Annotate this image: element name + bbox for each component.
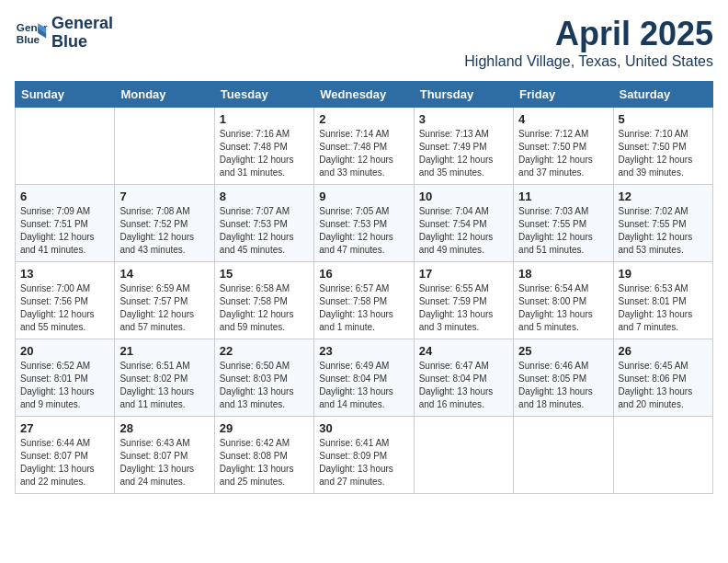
calendar-day-header: Wednesday <box>314 82 414 108</box>
calendar-cell: 24Sunrise: 6:47 AMSunset: 8:04 PMDayligh… <box>414 339 513 417</box>
day-number: 18 <box>518 267 608 281</box>
day-number: 25 <box>518 344 608 358</box>
day-info: Sunrise: 6:55 AMSunset: 7:59 PMDaylight:… <box>419 282 508 334</box>
day-number: 3 <box>419 112 508 126</box>
day-number: 13 <box>20 267 109 281</box>
calendar-cell: 3Sunrise: 7:13 AMSunset: 7:49 PMDaylight… <box>414 108 513 185</box>
location-title: Highland Village, Texas, United States <box>464 53 713 70</box>
calendar-cell: 2Sunrise: 7:14 AMSunset: 7:48 PMDaylight… <box>314 108 414 185</box>
calendar-cell: 11Sunrise: 7:03 AMSunset: 7:55 PMDayligh… <box>514 185 613 262</box>
calendar-cell: 20Sunrise: 6:52 AMSunset: 8:01 PMDayligh… <box>16 339 115 417</box>
calendar-cell <box>514 417 613 494</box>
calendar-cell: 15Sunrise: 6:58 AMSunset: 7:58 PMDayligh… <box>214 262 313 339</box>
calendar-cell: 19Sunrise: 6:53 AMSunset: 8:01 PMDayligh… <box>613 262 712 339</box>
calendar-cell <box>16 108 115 185</box>
svg-text:Blue: Blue <box>17 33 40 45</box>
day-info: Sunrise: 6:59 AMSunset: 7:57 PMDaylight:… <box>119 282 209 334</box>
calendar-cell: 8Sunrise: 7:07 AMSunset: 7:53 PMDaylight… <box>214 185 313 262</box>
day-number: 8 <box>220 190 309 203</box>
calendar-cell: 9Sunrise: 7:05 AMSunset: 7:53 PMDaylight… <box>314 185 414 262</box>
calendar-cell <box>115 108 214 185</box>
day-info: Sunrise: 6:44 AMSunset: 8:07 PMDaylight:… <box>20 437 109 488</box>
day-number: 28 <box>119 421 209 435</box>
day-number: 23 <box>319 344 408 358</box>
day-number: 4 <box>518 112 608 126</box>
day-number: 29 <box>220 421 309 435</box>
day-number: 12 <box>619 190 708 203</box>
calendar-cell: 10Sunrise: 7:04 AMSunset: 7:54 PMDayligh… <box>414 185 513 262</box>
logo: General Blue General Blue <box>15 15 113 52</box>
day-number: 30 <box>319 421 408 435</box>
logo-line2: Blue <box>51 33 113 52</box>
day-info: Sunrise: 7:16 AMSunset: 7:48 PMDaylight:… <box>220 128 309 179</box>
day-number: 19 <box>619 267 708 281</box>
logo-line1: General <box>51 15 113 33</box>
calendar-day-header: Friday <box>514 82 613 108</box>
day-number: 17 <box>419 267 508 281</box>
calendar-week-row: 6Sunrise: 7:09 AMSunset: 7:51 PMDaylight… <box>16 185 713 262</box>
calendar-cell: 4Sunrise: 7:12 AMSunset: 7:50 PMDaylight… <box>514 108 613 185</box>
day-info: Sunrise: 7:13 AMSunset: 7:49 PMDaylight:… <box>419 128 508 179</box>
day-info: Sunrise: 6:43 AMSunset: 8:07 PMDaylight:… <box>119 437 209 488</box>
day-number: 20 <box>20 344 109 358</box>
day-info: Sunrise: 6:53 AMSunset: 8:01 PMDaylight:… <box>619 282 708 334</box>
calendar-cell: 22Sunrise: 6:50 AMSunset: 8:03 PMDayligh… <box>214 339 313 417</box>
day-number: 21 <box>119 344 209 358</box>
calendar-day-header: Thursday <box>414 82 513 108</box>
day-info: Sunrise: 6:41 AMSunset: 8:09 PMDaylight:… <box>319 437 408 488</box>
day-info: Sunrise: 7:10 AMSunset: 7:50 PMDaylight:… <box>619 128 708 179</box>
day-info: Sunrise: 6:58 AMSunset: 7:58 PMDaylight:… <box>220 282 309 334</box>
calendar-cell: 17Sunrise: 6:55 AMSunset: 7:59 PMDayligh… <box>414 262 513 339</box>
title-block: April 2025 Highland Village, Texas, Unit… <box>464 15 713 70</box>
logo-icon: General Blue <box>15 17 48 50</box>
calendar-cell <box>414 417 513 494</box>
day-info: Sunrise: 6:49 AMSunset: 8:04 PMDaylight:… <box>319 360 408 411</box>
calendar-cell: 13Sunrise: 7:00 AMSunset: 7:56 PMDayligh… <box>16 262 115 339</box>
day-info: Sunrise: 6:50 AMSunset: 8:03 PMDaylight:… <box>220 360 309 411</box>
calendar-table: SundayMondayTuesdayWednesdayThursdayFrid… <box>15 81 713 494</box>
day-number: 2 <box>319 112 408 126</box>
calendar-week-row: 1Sunrise: 7:16 AMSunset: 7:48 PMDaylight… <box>16 108 713 185</box>
calendar-cell: 6Sunrise: 7:09 AMSunset: 7:51 PMDaylight… <box>16 185 115 262</box>
calendar-cell: 23Sunrise: 6:49 AMSunset: 8:04 PMDayligh… <box>314 339 414 417</box>
day-info: Sunrise: 7:04 AMSunset: 7:54 PMDaylight:… <box>419 205 508 257</box>
calendar-cell: 27Sunrise: 6:44 AMSunset: 8:07 PMDayligh… <box>16 417 115 494</box>
day-info: Sunrise: 6:52 AMSunset: 8:01 PMDaylight:… <box>20 360 109 411</box>
day-number: 1 <box>220 112 309 126</box>
calendar-cell: 28Sunrise: 6:43 AMSunset: 8:07 PMDayligh… <box>115 417 214 494</box>
calendar-cell: 25Sunrise: 6:46 AMSunset: 8:05 PMDayligh… <box>514 339 613 417</box>
calendar-cell <box>613 417 712 494</box>
calendar-cell: 1Sunrise: 7:16 AMSunset: 7:48 PMDaylight… <box>214 108 313 185</box>
day-number: 15 <box>220 267 309 281</box>
day-number: 14 <box>119 267 209 281</box>
day-info: Sunrise: 6:57 AMSunset: 7:58 PMDaylight:… <box>319 282 408 334</box>
day-info: Sunrise: 7:02 AMSunset: 7:55 PMDaylight:… <box>619 205 708 257</box>
calendar-cell: 30Sunrise: 6:41 AMSunset: 8:09 PMDayligh… <box>314 417 414 494</box>
day-info: Sunrise: 7:09 AMSunset: 7:51 PMDaylight:… <box>20 205 109 257</box>
calendar-cell: 26Sunrise: 6:45 AMSunset: 8:06 PMDayligh… <box>613 339 712 417</box>
calendar-day-header: Monday <box>115 82 214 108</box>
calendar-day-header: Tuesday <box>214 82 313 108</box>
day-info: Sunrise: 6:45 AMSunset: 8:06 PMDaylight:… <box>619 360 708 411</box>
day-info: Sunrise: 6:51 AMSunset: 8:02 PMDaylight:… <box>119 360 209 411</box>
calendar-week-row: 27Sunrise: 6:44 AMSunset: 8:07 PMDayligh… <box>16 417 713 494</box>
calendar-cell: 14Sunrise: 6:59 AMSunset: 7:57 PMDayligh… <box>115 262 214 339</box>
day-number: 7 <box>119 190 209 203</box>
page-header: General Blue General Blue April 2025 Hig… <box>15 15 713 70</box>
day-info: Sunrise: 7:03 AMSunset: 7:55 PMDaylight:… <box>518 205 608 257</box>
calendar-week-row: 20Sunrise: 6:52 AMSunset: 8:01 PMDayligh… <box>16 339 713 417</box>
day-number: 6 <box>20 190 109 203</box>
day-info: Sunrise: 7:05 AMSunset: 7:53 PMDaylight:… <box>319 205 408 257</box>
month-title: April 2025 <box>464 15 713 53</box>
day-info: Sunrise: 7:14 AMSunset: 7:48 PMDaylight:… <box>319 128 408 179</box>
day-number: 26 <box>619 344 708 358</box>
calendar-cell: 21Sunrise: 6:51 AMSunset: 8:02 PMDayligh… <box>115 339 214 417</box>
calendar-cell: 12Sunrise: 7:02 AMSunset: 7:55 PMDayligh… <box>613 185 712 262</box>
day-number: 22 <box>220 344 309 358</box>
calendar-header-row: SundayMondayTuesdayWednesdayThursdayFrid… <box>16 82 713 108</box>
day-info: Sunrise: 6:46 AMSunset: 8:05 PMDaylight:… <box>518 360 608 411</box>
calendar-day-header: Saturday <box>613 82 712 108</box>
day-number: 11 <box>518 190 608 203</box>
day-number: 24 <box>419 344 508 358</box>
day-number: 27 <box>20 421 109 435</box>
